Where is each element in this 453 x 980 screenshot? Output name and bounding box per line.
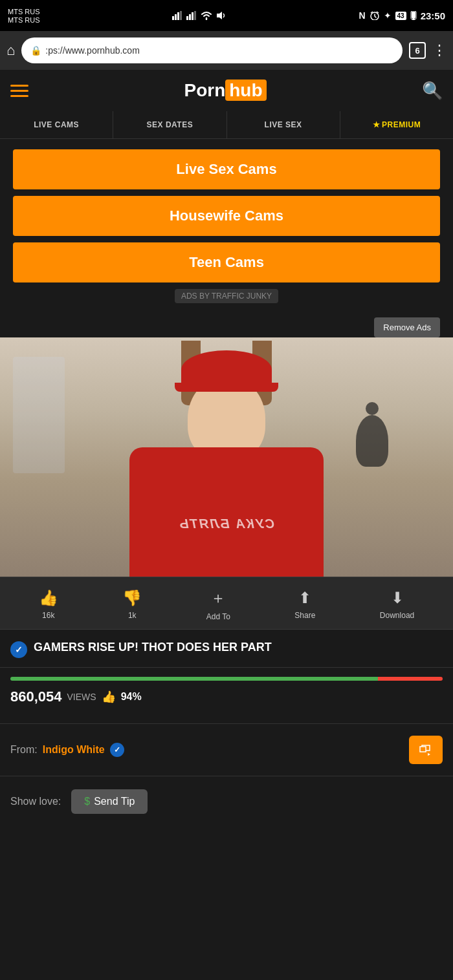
svg-rect-11 <box>412 18 415 20</box>
search-icon[interactable]: 🔍 <box>422 81 443 101</box>
channel-verified-badge: ✓ <box>110 743 124 757</box>
volume-icon <box>215 11 226 20</box>
bluetooth-icon: ✦ <box>384 10 392 21</box>
tab-live-cams[interactable]: LIVE CAMS <box>0 111 113 138</box>
video-thumbnail[interactable]: СУКА БЛЯТЬ <box>0 337 453 577</box>
hamburger-menu[interactable] <box>10 85 28 97</box>
svg-rect-3 <box>180 11 182 20</box>
channel-name[interactable]: Indigo White <box>43 744 105 756</box>
video-title: GAMERS RISE UP! THOT DOES HER PART <box>34 640 272 655</box>
carrier-info: MTS RUS MTS RUS <box>8 8 40 24</box>
download-icon: ⬇ <box>391 589 404 607</box>
add-to-label: Add To <box>206 612 230 621</box>
add-to-action[interactable]: ＋ Add To <box>206 588 230 621</box>
ad-btn-live-sex-cams[interactable]: Live Sex Cams <box>13 149 440 189</box>
from-label: From: <box>10 744 38 756</box>
thumbs-up-action[interactable]: 👍 16k <box>39 589 58 620</box>
tab-sex-dates[interactable]: SEX DATES <box>113 111 226 138</box>
lock-icon: 🔒 <box>30 45 41 56</box>
from-left: From: Indigo White ✓ <box>10 743 124 757</box>
signal-icons <box>172 11 226 20</box>
n-icon: N <box>359 10 365 21</box>
svg-rect-6 <box>192 12 193 20</box>
svg-rect-4 <box>186 16 188 20</box>
views-label: VIEWS <box>67 692 96 702</box>
share-label: Share <box>294 611 315 620</box>
svg-rect-0 <box>172 16 174 20</box>
video-frame: СУКА БЛЯТЬ <box>0 337 453 577</box>
charging-icon <box>410 11 417 20</box>
browser-bar: ⌂ 🔒 :ps://www.pornhub.com 6 ⋮ <box>0 31 453 70</box>
action-bar: 👍 16k 👎 1k ＋ Add To ⬆ Share ⬇ Download <box>0 577 453 630</box>
url-bar[interactable]: 🔒 :ps://www.pornhub.com <box>21 37 403 63</box>
views-row: 860,054 VIEWS 👍 94% <box>10 688 443 705</box>
video-info: ✓ GAMERS RISE UP! THOT DOES HER PART 860… <box>0 630 453 827</box>
rating-percent: 94% <box>121 691 142 703</box>
ad-banner: Live Sex Cams Housewife Cams Teen Cams A… <box>0 139 453 314</box>
thumbs-up-icon: 👍 <box>39 589 58 607</box>
alarm-icon <box>370 11 380 20</box>
svg-rect-5 <box>189 14 191 20</box>
svg-marker-8 <box>217 12 222 19</box>
time-display: 23:50 <box>421 10 445 21</box>
download-label: Download <box>380 611 414 620</box>
dollar-icon: $ <box>84 796 90 807</box>
ads-label: ADS BY TRAFFIC JUNKY <box>175 289 278 303</box>
views-count: 860,054 <box>10 688 62 705</box>
tab-premium[interactable]: ★PREMIUM <box>340 111 453 138</box>
share-icon: ⬆ <box>298 589 311 607</box>
subscribe-icon <box>419 744 433 756</box>
status-right: N ✦ 43 23:50 <box>359 10 445 21</box>
browser-menu-icon[interactable]: ⋮ <box>432 42 447 59</box>
thumbs-down-count: 1k <box>128 611 137 620</box>
stats-section: 860,054 VIEWS 👍 94% <box>10 668 443 714</box>
plus-icon: ＋ <box>210 588 226 608</box>
from-section: From: Indigo White ✓ <box>10 724 443 776</box>
tab-count[interactable]: 6 <box>409 42 426 59</box>
ad-btn-teen-cams[interactable]: Teen Cams <box>13 242 440 282</box>
carrier-bottom: MTS RUS <box>8 16 40 24</box>
svg-rect-12 <box>412 12 415 18</box>
share-action[interactable]: ⬆ Share <box>294 589 315 620</box>
svg-rect-2 <box>177 12 179 20</box>
show-love-label: Show love: <box>10 796 61 807</box>
shirt-text: СУКА БЛЯТЬ <box>179 517 275 531</box>
remove-ads-bar: Remove Ads <box>0 314 453 337</box>
download-action[interactable]: ⬇ Download <box>380 589 414 620</box>
status-bar: MTS RUS MTS RUS N <box>0 0 453 31</box>
signal-icon-2 <box>186 11 198 20</box>
wifi-icon <box>201 11 212 20</box>
battery-level: 43 <box>395 12 406 20</box>
ad-btn-housewife-cams[interactable]: Housewife Cams <box>13 196 440 236</box>
subscribe-button[interactable] <box>409 736 443 764</box>
likes-icon: 👍 <box>102 690 116 704</box>
rating-green <box>10 677 378 681</box>
url-text: :ps://www.pornhub.com <box>45 45 140 56</box>
rating-bar <box>10 677 443 681</box>
signal-icon-1 <box>172 11 184 20</box>
thumbs-down-icon: 👎 <box>122 589 142 607</box>
thumbs-down-action[interactable]: 👎 1k <box>122 589 142 620</box>
tab-live-sex[interactable]: LIVE SEX <box>227 111 340 138</box>
verified-badge: ✓ <box>10 641 27 658</box>
home-icon[interactable]: ⌂ <box>6 42 15 59</box>
show-love-section: Show love: $ Send Tip <box>10 776 443 827</box>
thumbs-up-count: 16k <box>42 611 54 620</box>
svg-rect-1 <box>175 14 177 20</box>
svg-rect-7 <box>194 11 196 20</box>
rating-red <box>378 677 443 681</box>
carrier-top: MTS RUS <box>8 8 40 16</box>
site-logo: Pornhub <box>184 80 266 101</box>
site-header: Pornhub 🔍 <box>0 70 453 111</box>
video-title-row: ✓ GAMERS RISE UP! THOT DOES HER PART <box>10 640 443 658</box>
star-icon: ★ <box>373 120 381 129</box>
remove-ads-button[interactable]: Remove Ads <box>374 317 440 337</box>
send-tip-button[interactable]: $ Send Tip <box>71 789 148 814</box>
nav-tabs: LIVE CAMS SEX DATES LIVE SEX ★PREMIUM <box>0 111 453 139</box>
